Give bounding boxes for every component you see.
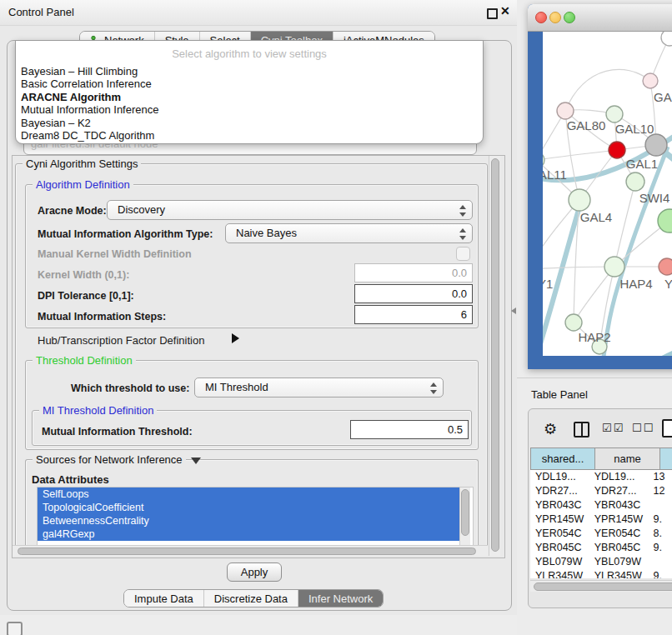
mi-type-select[interactable]: Naive Bayes (225, 223, 473, 243)
mi-threshold-field[interactable]: 0.5 (350, 420, 469, 439)
group-title: Threshold Definition (33, 354, 136, 367)
table-row[interactable]: YDL19...YDL19...13 (530, 470, 672, 484)
manual-kernel-checkbox[interactable] (456, 247, 470, 261)
algorithm-option[interactable]: Bayesian – K2 (19, 117, 479, 129)
network-node[interactable] (645, 134, 667, 156)
table-cell (648, 555, 672, 569)
network-node-label: GAL4 (580, 210, 612, 224)
algorithm-option[interactable]: Mutual Information Inference (19, 103, 479, 116)
table-cell: YLR345W (530, 569, 589, 578)
hub-definition-label[interactable]: Hub/Transcription Factor Definition (38, 334, 204, 347)
network-node-label: SWI4 (639, 191, 670, 205)
attribute-list-item[interactable]: TopologicalCoefficient (38, 501, 461, 514)
network-node-label: GAL (654, 90, 672, 104)
minimize-traffic-light[interactable] (549, 12, 561, 23)
settings-horizontal-scrollbar[interactable] (13, 545, 488, 556)
algorithm-option[interactable]: Basic Correlation Inference (19, 78, 479, 90)
table-cell: YBR043C (530, 498, 589, 512)
column-header[interactable]: name (595, 448, 660, 470)
network-node[interactable] (604, 257, 624, 277)
algorithm-option[interactable]: Dream8 DC_TDC Algorithm (19, 129, 479, 142)
table-cell: YBR045C (589, 541, 649, 555)
attribute-list-item[interactable]: SelfLoops (38, 488, 461, 501)
table-row[interactable]: YER054CYER054C8. (530, 527, 672, 541)
attribute-list-item[interactable]: gal4RGexp (38, 528, 461, 541)
combo-arrows-icon (459, 204, 466, 218)
table-cell: YPR145W (530, 512, 589, 527)
network-node[interactable] (643, 73, 658, 88)
network-graph[interactable]: GALGAL80GAL10GAL1GAL11SWI4GAL4GCY1HAP4YH… (543, 32, 672, 356)
bottom-tabstrip: Impute Data Discretize Data Infer Networ… (123, 589, 384, 608)
network-canvas[interactable]: GALGAL80GAL10GAL1GAL11SWI4GAL4GCY1HAP4YH… (543, 32, 672, 356)
table-cell: YBL079W (530, 555, 589, 569)
table-panel-title: Table Panel (531, 388, 588, 401)
network-edge (626, 342, 672, 356)
network-node[interactable] (661, 32, 672, 46)
combo-arrows-icon (459, 228, 466, 241)
table-cell: 9. (648, 569, 672, 578)
export-table-icon[interactable] (662, 419, 672, 438)
attribute-list-item[interactable]: BetweennessCentrality (38, 514, 461, 528)
table-row[interactable]: YBR043CYBR043C (530, 498, 672, 512)
dock-panel-icon[interactable] (7, 622, 23, 635)
expand-right-icon[interactable] (232, 333, 239, 343)
combo-arrows-icon (430, 382, 437, 395)
network-edge (543, 150, 617, 160)
network-node[interactable] (658, 209, 672, 232)
network-node[interactable] (569, 189, 590, 211)
tab-impute-data[interactable]: Impute Data (124, 590, 204, 607)
mi-type-value: Naive Bayes (236, 227, 297, 239)
network-node[interactable] (609, 142, 625, 158)
hide-columns-icon[interactable]: ☐☐ (632, 422, 654, 434)
table-row[interactable]: YDR27...YDR27...12 (530, 484, 672, 498)
aracne-mode-select[interactable]: Discovery (107, 200, 473, 220)
settings-vertical-scrollbar[interactable] (489, 156, 500, 556)
network-node[interactable] (626, 172, 644, 191)
dpi-tolerance-field[interactable]: 0.0 (354, 284, 473, 303)
table-row[interactable]: YLR345WYLR345W9. (530, 569, 672, 578)
table-row[interactable]: YPR145WYPR145W9. (530, 512, 672, 527)
close-icon[interactable]: ✕ (500, 4, 510, 18)
close-traffic-light[interactable] (535, 12, 547, 23)
algorithm-option[interactable]: ARACNE Algorithm (19, 91, 479, 103)
column-header[interactable]: A (660, 448, 672, 470)
which-threshold-select[interactable]: MI Threshold (194, 378, 444, 398)
network-node[interactable] (606, 106, 623, 122)
tab-discretize-data[interactable]: Discretize Data (204, 590, 298, 607)
apply-button[interactable]: Apply (227, 562, 282, 582)
tab-infer-network[interactable]: Infer Network (298, 590, 383, 607)
algorithm-option[interactable]: Bayesian – Hill Climbing (19, 65, 479, 78)
list-scrollbar[interactable] (459, 488, 470, 546)
column-header[interactable]: shared... (530, 448, 595, 470)
table-horizontal-scrollbar[interactable] (530, 580, 672, 592)
dpi-tolerance-label: DPI Tolerance [0,1]: (38, 290, 134, 302)
table-row[interactable]: YBR045CYBR045C9. (530, 541, 672, 555)
network-node-label: Y (664, 277, 672, 291)
table-cell: YBL079W (589, 555, 649, 569)
control-panel-title: Control Panel (8, 6, 74, 18)
data-attributes-list[interactable]: SelfLoopsTopologicalCoefficientBetweenne… (37, 487, 474, 548)
table-panel-window: ⚙ ☑☑ ☐☐ shared...nameA YDL19...YDL19...1… (528, 408, 672, 608)
columns-icon[interactable] (574, 422, 589, 438)
algorithm-dropdown-popup: Select algorithm to view settings Bayesi… (15, 40, 484, 144)
algorithm-placeholder: Select algorithm to view settings (16, 48, 483, 60)
panel-collapse-arrow-icon[interactable] (511, 308, 516, 314)
network-node[interactable] (557, 102, 574, 119)
kernel-width-field[interactable]: 0.0 (354, 263, 473, 282)
collapse-down-icon[interactable] (191, 458, 201, 464)
manual-kernel-label: Manual Kernel Width Definition (38, 248, 192, 260)
group-title: Algorithm Definition (33, 178, 133, 191)
network-node[interactable] (565, 314, 582, 331)
network-edge (565, 69, 650, 111)
table-row[interactable]: YBL079WYBL079W (530, 555, 672, 569)
zoom-traffic-light[interactable] (564, 12, 575, 23)
group-title: Sources for Network Inference (33, 453, 186, 466)
network-node[interactable] (659, 258, 672, 275)
show-columns-icon[interactable]: ☑☑ (602, 422, 624, 434)
gear-icon[interactable]: ⚙ (544, 420, 557, 438)
float-window-icon[interactable] (487, 8, 498, 19)
table-cell: YLR345W (589, 569, 649, 578)
network-edge (614, 182, 635, 267)
network-node-label: GCY1 (543, 277, 553, 291)
mi-steps-field[interactable]: 6 (354, 305, 473, 324)
